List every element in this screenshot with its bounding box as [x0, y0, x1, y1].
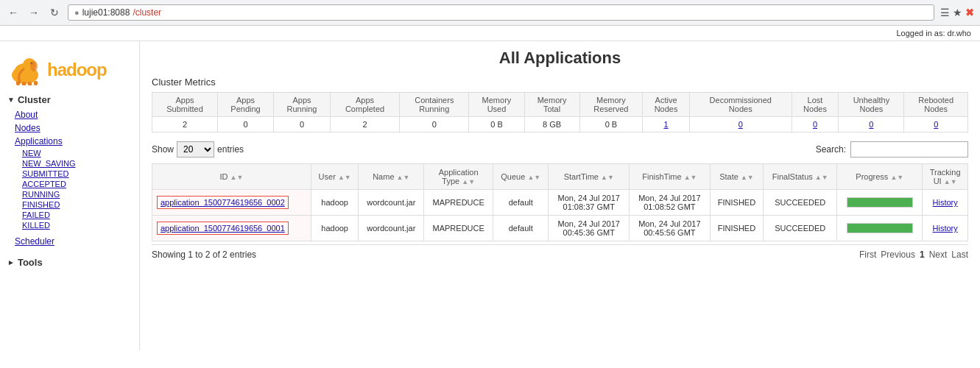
sidebar-item-about[interactable]: About	[0, 108, 139, 121]
search-box: Search:	[816, 141, 968, 158]
sidebar-sub-new[interactable]: NEW	[0, 148, 139, 158]
metrics-col-containers-running: ContainersRunning	[400, 93, 469, 117]
metrics-col-apps-submitted: AppsSubmitted	[152, 93, 218, 117]
history-link[interactable]: History	[933, 224, 958, 233]
metrics-col-memory-used: MemoryUsed	[469, 93, 524, 117]
col-queue[interactable]: Queue ▲▼	[493, 164, 549, 190]
col-id[interactable]: ID ▲▼	[152, 164, 311, 190]
svg-rect-7	[28, 82, 32, 85]
sidebar-sub-new-saving[interactable]: NEW_SAVING	[0, 158, 139, 169]
tools-arrow-icon: ►	[7, 258, 15, 266]
app-id-link[interactable]: application_1500774619656_0001	[161, 224, 285, 233]
tracking-ui-sort-icon: ▲▼	[944, 178, 957, 185]
metrics-val-lost-nodes[interactable]: 0	[792, 117, 839, 132]
metrics-col-rebooted-nodes: RebootedNodes	[904, 93, 968, 117]
app-progress	[837, 190, 923, 216]
col-user[interactable]: User ▲▼	[311, 164, 359, 190]
history-link[interactable]: History	[933, 198, 958, 207]
search-input[interactable]	[850, 141, 968, 158]
pagination: First Previous 1 Next Last	[859, 250, 968, 260]
sidebar-sub-submitted[interactable]: SUBMITTED	[0, 169, 139, 179]
app-finish-time: Mon, 24 Jul 201701:08:52 GMT	[630, 190, 711, 216]
progress-bar	[847, 197, 913, 208]
col-final-status[interactable]: FinalStatus ▲▼	[764, 164, 837, 190]
cluster-arrow-icon: ▼	[7, 96, 15, 104]
sidebar-item-nodes[interactable]: Nodes	[0, 121, 139, 135]
show-label: Show	[152, 144, 174, 155]
finish-time-sort-icon: ▲▼	[684, 174, 697, 181]
app-user: hadoop	[311, 190, 359, 216]
back-button[interactable]: ←	[6, 5, 21, 20]
name-sort-icon: ▲▼	[397, 174, 410, 181]
metrics-val-memory-reserved: 0 B	[579, 117, 643, 132]
metrics-table: AppsSubmitted AppsPending AppsRunning Ap…	[152, 92, 968, 132]
applications-table: ID ▲▼ User ▲▼ Name ▲▼ ApplicationType ▲▼…	[152, 163, 968, 241]
app-id-cell: application_1500774619656_0001	[152, 216, 311, 241]
metrics-val-decommissioned-nodes[interactable]: 0	[689, 117, 792, 132]
sidebar: hadoop ▼ Cluster About Nodes Application…	[0, 41, 140, 350]
close-icon[interactable]: ✖	[965, 7, 974, 18]
final-status-sort-icon: ▲▼	[815, 174, 828, 181]
svg-point-4	[30, 61, 38, 71]
sidebar-item-scheduler[interactable]: Scheduler	[0, 235, 139, 248]
address-bar[interactable]: ● lujie01:8088/cluster	[68, 4, 934, 21]
sidebar-sub-running[interactable]: RUNNING	[0, 189, 139, 199]
pagination-last[interactable]: Last	[951, 250, 968, 260]
sidebar-cluster-header[interactable]: ▼ Cluster	[0, 91, 139, 108]
col-name[interactable]: Name ▲▼	[359, 164, 424, 190]
queue-sort-icon: ▲▼	[527, 174, 540, 181]
col-finish-time[interactable]: FinishTime ▲▼	[630, 164, 711, 190]
entries-label: entries	[217, 144, 244, 155]
metrics-val-rebooted-nodes[interactable]: 0	[904, 117, 968, 132]
table-row: application_1500774619656_0002hadoopword…	[152, 190, 968, 216]
svg-rect-8	[34, 81, 38, 85]
progress-sort-icon: ▲▼	[890, 174, 903, 181]
col-tracking-ui[interactable]: TrackingUI ▲▼	[923, 164, 968, 190]
sidebar-tools-header[interactable]: ► Tools	[0, 254, 139, 271]
metrics-col-lost-nodes: LostNodes	[792, 93, 839, 117]
col-app-type[interactable]: ApplicationType ▲▼	[424, 164, 493, 190]
showing-text: Showing 1 to 2 of 2 entries	[152, 250, 256, 260]
search-label: Search:	[816, 144, 846, 155]
metrics-col-decommissioned-nodes: DecommissionedNodes	[689, 93, 792, 117]
pagination-first[interactable]: First	[859, 250, 876, 260]
col-start-time[interactable]: StartTime ▲▼	[549, 164, 630, 190]
main-layout: hadoop ▼ Cluster About Nodes Application…	[0, 41, 980, 350]
app-state: FINISHED	[710, 190, 763, 216]
col-state[interactable]: State ▲▼	[710, 164, 763, 190]
top-bar: Logged in as: dr.who	[0, 26, 980, 41]
tools-label: Tools	[18, 257, 43, 268]
col-progress[interactable]: Progress ▲▼	[837, 164, 923, 190]
bookmark-icon[interactable]: ☰	[940, 7, 950, 18]
svg-rect-6	[22, 82, 26, 85]
cluster-label: Cluster	[18, 94, 51, 105]
progress-bar	[847, 223, 913, 233]
metrics-col-memory-reserved: MemoryReserved	[579, 93, 643, 117]
sidebar-sub-failed[interactable]: FAILED	[0, 210, 139, 220]
app-start-time: Mon, 24 Jul 201701:08:37 GMT	[549, 190, 630, 216]
pagination-1[interactable]: 1	[920, 250, 925, 260]
app-id-link[interactable]: application_1500774619656_0002	[161, 198, 285, 207]
metrics-val-active-nodes[interactable]: 1	[643, 117, 690, 132]
app-tracking-ui: History	[923, 190, 968, 216]
app-finish-time: Mon, 24 Jul 201700:45:56 GMT	[630, 216, 711, 241]
pagination-next[interactable]: Next	[929, 250, 948, 260]
reload-button[interactable]: ↻	[47, 5, 62, 20]
entries-select[interactable]: 20 50 100	[177, 141, 214, 158]
app-start-time: Mon, 24 Jul 201700:45:36 GMT	[549, 216, 630, 241]
forward-button[interactable]: →	[27, 5, 41, 20]
app-type-sort-icon: ▲▼	[462, 178, 475, 185]
metrics-col-apps-running: AppsRunning	[274, 93, 331, 117]
sidebar-sub-finished[interactable]: FINISHED	[0, 199, 139, 210]
hadoop-logo-icon	[7, 54, 43, 85]
sidebar-item-applications[interactable]: Applications	[0, 135, 139, 148]
star-icon[interactable]: ★	[953, 7, 962, 18]
metrics-val-unhealthy-nodes[interactable]: 0	[839, 117, 904, 132]
app-type: MAPREDUCE	[424, 190, 493, 216]
metrics-val-memory-used: 0 B	[469, 117, 524, 132]
sidebar-sub-killed[interactable]: KILLED	[0, 220, 139, 230]
hadoop-text-logo: hadoop	[47, 60, 107, 80]
pagination-previous[interactable]: Previous	[881, 250, 915, 260]
sidebar-sub-accepted[interactable]: ACCEPTED	[0, 179, 139, 189]
app-name: wordcount.jar	[359, 216, 424, 241]
